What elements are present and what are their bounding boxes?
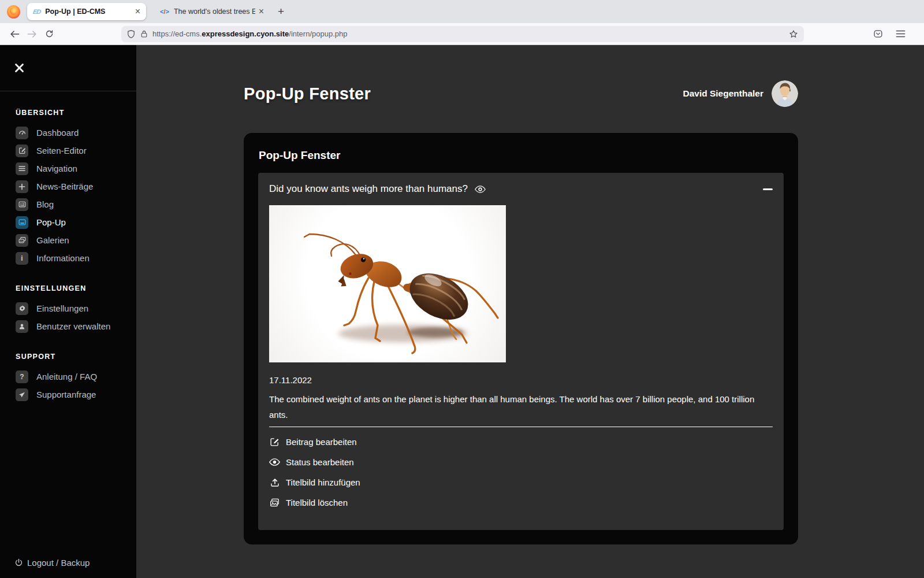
main-area: Pop-Up Fenster David Siegenthaler bbox=[136, 45, 924, 578]
popup-date: 17.11.2022 bbox=[269, 375, 773, 385]
sidebar-close-icon[interactable] bbox=[14, 63, 24, 73]
popup-card: Pop-Up Fenster Did you know ants weigh m… bbox=[244, 133, 798, 544]
sidebar-item-news-beitraege[interactable]: News-Beiträge bbox=[16, 177, 136, 195]
action-label: Titelbild hinzufügen bbox=[286, 477, 360, 487]
gear-icon bbox=[16, 302, 28, 315]
user-icon bbox=[16, 320, 28, 333]
action-titelbild-hinzufuegen[interactable]: Titelbild hinzufügen bbox=[269, 472, 773, 492]
sidebar-item-label: Pop-Up bbox=[36, 217, 66, 227]
avatar[interactable] bbox=[772, 80, 798, 107]
power-icon bbox=[14, 558, 23, 567]
sidebar-item-label: Anleitung / FAQ bbox=[36, 372, 97, 381]
sidebar-item-seiten-editor[interactable]: Seiten-Editor bbox=[16, 142, 136, 160]
tab-title: The world's oldest trees ED-CM bbox=[174, 8, 255, 16]
plus-icon bbox=[16, 180, 28, 193]
sidebar-item-informationen[interactable]: i Informationen bbox=[16, 249, 136, 267]
sidebar-item-label: Informationen bbox=[36, 253, 90, 263]
edit-icon bbox=[269, 437, 280, 447]
action-label: Titelbild löschen bbox=[286, 498, 348, 507]
info-icon: i bbox=[16, 252, 28, 265]
tab-oldest-trees[interactable]: </> The world's oldest trees ED-CM × bbox=[154, 3, 270, 20]
page-title: Pop-Up Fenster bbox=[244, 84, 371, 103]
blog-icon bbox=[16, 198, 28, 211]
action-status-bearbeiten[interactable]: Status bearbeiten bbox=[269, 452, 773, 472]
lock-icon[interactable] bbox=[140, 29, 148, 38]
tab-bar: ED Pop-Up | ED-CMS × </> The world's old… bbox=[0, 0, 924, 23]
popup-entry-panel: Did you know ants weigh more than humans… bbox=[258, 173, 784, 530]
popup-body-text: The combined weight of ants on the plane… bbox=[269, 391, 773, 423]
reload-icon[interactable] bbox=[40, 26, 58, 42]
code-favicon: </> bbox=[160, 8, 169, 15]
shield-icon[interactable] bbox=[127, 29, 135, 39]
popup-cover-image bbox=[269, 205, 506, 362]
sidebar-item-einstellungen[interactable]: Einstellungen bbox=[16, 299, 136, 317]
tab-title: Pop-Up | ED-CMS bbox=[45, 8, 131, 16]
sidebar-item-dashboard[interactable]: Dashboard bbox=[16, 124, 136, 142]
sidebar-item-anleitung-faq[interactable]: ? Anleitung / FAQ bbox=[16, 368, 136, 386]
upload-icon bbox=[269, 478, 280, 487]
sidebar-item-navigation[interactable]: Navigation bbox=[16, 160, 136, 177]
logout-backup-link[interactable]: Logout / Backup bbox=[14, 558, 90, 568]
collapse-button[interactable] bbox=[763, 188, 773, 190]
section-title-einstellungen: EINSTELLUNGEN bbox=[16, 284, 136, 292]
gallery-icon bbox=[16, 234, 28, 247]
popup-window-icon bbox=[16, 216, 28, 229]
pocket-icon[interactable] bbox=[873, 29, 883, 39]
sidebar-item-galerien[interactable]: Galerien bbox=[16, 231, 136, 249]
back-button[interactable] bbox=[6, 26, 23, 42]
url-bar[interactable]: https://ed-cms.expressdesign.cyon.site/i… bbox=[121, 26, 804, 42]
sidebar-item-label: Einstellungen bbox=[36, 303, 88, 313]
sidebar-item-label: Galerien bbox=[36, 235, 69, 245]
question-icon: ? bbox=[16, 370, 28, 383]
sidebar-item-label: News-Beiträge bbox=[36, 181, 93, 191]
eye-icon bbox=[269, 458, 280, 466]
sidebar-item-benutzer-verwalten[interactable]: Benutzer verwalten bbox=[16, 317, 136, 335]
image-icon bbox=[269, 498, 280, 507]
new-tab-button[interactable]: + bbox=[278, 5, 284, 18]
popup-question: Did you know ants weigh more than humans… bbox=[269, 183, 468, 195]
ed-cms-favicon: ED bbox=[32, 8, 41, 15]
forward-button[interactable] bbox=[23, 26, 40, 42]
action-beitrag-bearbeiten[interactable]: Beitrag bearbeiten bbox=[269, 432, 773, 452]
close-icon[interactable]: × bbox=[259, 7, 264, 16]
sidebar-item-label: Navigation bbox=[36, 164, 77, 173]
sidebar-item-label: Dashboard bbox=[36, 128, 79, 138]
dashboard-icon bbox=[16, 127, 28, 139]
sidebar-item-label: Blog bbox=[36, 199, 54, 209]
sidebar-item-label: Supportanfrage bbox=[36, 390, 96, 399]
sidebar-item-label: Benutzer verwalten bbox=[36, 321, 110, 331]
action-label: Status bearbeiten bbox=[286, 457, 354, 467]
close-icon[interactable]: × bbox=[135, 7, 140, 16]
url-text: https://ed-cms.expressdesign.cyon.site/i… bbox=[152, 29, 789, 38]
sidebar-item-blog[interactable]: Blog bbox=[16, 195, 136, 213]
paper-plane-icon bbox=[16, 388, 28, 401]
section-title-support: SUPPORT bbox=[16, 353, 136, 361]
logout-label: Logout / Backup bbox=[27, 558, 90, 568]
user-name: David Siegenthaler bbox=[683, 88, 763, 99]
browser-chrome: ED Pop-Up | ED-CMS × </> The world's old… bbox=[0, 0, 924, 45]
browser-toolbar: https://ed-cms.expressdesign.cyon.site/i… bbox=[0, 23, 924, 45]
divider bbox=[269, 427, 773, 427]
menu-icon bbox=[16, 162, 28, 175]
user-menu[interactable]: David Siegenthaler bbox=[683, 80, 798, 107]
eye-icon bbox=[475, 186, 486, 193]
hamburger-menu-icon[interactable] bbox=[896, 30, 906, 38]
firefox-icon[interactable] bbox=[7, 5, 20, 18]
sidebar-item-pop-up[interactable]: Pop-Up bbox=[16, 213, 136, 231]
sidebar-item-supportanfrage[interactable]: Supportanfrage bbox=[16, 386, 136, 403]
sidebar-item-label: Seiten-Editor bbox=[36, 146, 87, 155]
sidebar: ÜBERSICHT Dashboard Seiten-Editor Naviga… bbox=[0, 45, 136, 578]
card-title: Pop-Up Fenster bbox=[259, 149, 784, 162]
tab-popup-ed-cms[interactable]: ED Pop-Up | ED-CMS × bbox=[27, 3, 146, 20]
action-titelbild-loeschen[interactable]: Titelbild löschen bbox=[269, 492, 773, 513]
action-label: Beitrag bearbeiten bbox=[286, 437, 357, 447]
section-title-uebersicht: ÜBERSICHT bbox=[16, 109, 136, 117]
edit-icon bbox=[16, 144, 28, 157]
bookmark-star-icon[interactable] bbox=[789, 29, 798, 39]
